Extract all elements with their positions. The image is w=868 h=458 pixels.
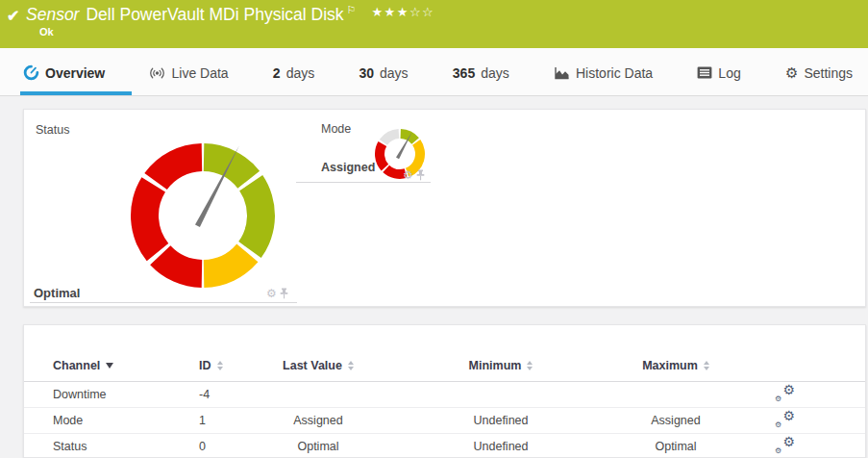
tab-settings[interactable]: ⚙Settings: [783, 48, 855, 95]
cell: -4: [199, 388, 260, 401]
channel-settings-gears-icon[interactable]: ⚙⚙: [774, 436, 797, 455]
channel-table-header: ChannelIDLast ValueMinimumMaximum: [24, 346, 865, 382]
status-value-label: Optimal: [34, 286, 80, 300]
sort-toggle-icon[interactable]: [527, 361, 533, 370]
cell: Assigned: [626, 414, 726, 427]
channel-table-body: Downtime-4⚙⚙Mode1AssignedUndefinedAssign…: [24, 382, 865, 458]
pin-icon[interactable]: [416, 169, 425, 181]
gauge-segment: [204, 244, 259, 288]
tab-bar: OverviewLive Data2days30days365daysHisto…: [0, 48, 868, 96]
cell: Undefined: [376, 440, 626, 453]
gauges-panel: Status Optimal ⚙ Mode Assigned ⚙: [23, 109, 866, 307]
gauge-segment: [150, 245, 202, 288]
cell: Status: [53, 440, 199, 453]
flag-icon[interactable]: ⚐: [347, 4, 357, 15]
gauge-segment: [238, 175, 275, 258]
sensor-header-bar: ✔ SensorDell PowerVault MDi Physical Dis…: [0, 0, 868, 48]
sort-toggle-icon[interactable]: [704, 361, 709, 370]
sort-toggle-icon[interactable]: [348, 361, 354, 370]
tab-log[interactable]: Log: [695, 48, 742, 95]
tab-label: Overview: [45, 65, 105, 81]
settings-icon: ⚙: [785, 65, 798, 80]
column-label: Minimum: [469, 359, 522, 372]
cell: Undefined: [376, 414, 626, 427]
tab-label: Historic Data: [576, 65, 653, 81]
channel-settings-gear-icon[interactable]: ⚙: [403, 169, 413, 181]
tab-2-days[interactable]: 2days: [271, 48, 316, 95]
table-row-downtime[interactable]: Downtime-4⚙⚙: [24, 382, 865, 408]
cell: 1: [199, 414, 260, 427]
tab-number: 30: [359, 65, 374, 81]
tab-365-days[interactable]: 365days: [451, 48, 511, 95]
gauge-segment: [131, 177, 168, 261]
gauge-segment: [144, 143, 202, 190]
log-icon: [697, 66, 712, 79]
tab-label: days: [286, 65, 315, 81]
live-icon: [149, 65, 165, 81]
status-gauge[interactable]: [121, 134, 285, 297]
sensor-kind-label: Sensor: [26, 5, 79, 24]
page-title: Dell PowerVault MDi Physical Disk: [86, 5, 343, 24]
column-header-maximum[interactable]: Maximum: [626, 359, 726, 372]
column-label: Channel: [53, 359, 100, 372]
channels-panel: ChannelIDLast ValueMinimumMaximum Downti…: [23, 324, 866, 458]
column-header-minimum[interactable]: Minimum: [376, 359, 626, 372]
pin-icon[interactable]: [280, 288, 288, 299]
tab-label: days: [380, 65, 409, 81]
priority-stars[interactable]: ★★★☆☆: [371, 5, 434, 19]
tab-label: Log: [718, 65, 740, 81]
gauge-segment: [204, 143, 260, 189]
mode-strip-icons: ⚙: [403, 169, 425, 181]
status-strip-underline: [30, 302, 297, 303]
column-label: Maximum: [642, 359, 698, 372]
status-badge: Ok: [39, 26, 54, 38]
tab-live-data[interactable]: Live Data: [147, 48, 230, 95]
mode-value-label: Assigned: [321, 161, 375, 174]
mode-strip-underline: [296, 182, 431, 183]
mode-channel-label: Mode: [321, 122, 351, 136]
cell: Assigned: [260, 414, 376, 427]
table-row-status[interactable]: Status0OptimalUndefinedOptimal⚙⚙: [24, 434, 865, 458]
tab-number: 2: [273, 65, 281, 81]
column-header-id[interactable]: ID: [199, 359, 260, 372]
tab-number: 365: [453, 65, 475, 81]
sort-toggle-icon[interactable]: [217, 361, 223, 370]
tab-label: days: [481, 65, 509, 81]
sort-desc-icon[interactable]: [106, 363, 113, 369]
tab-overview[interactable]: Overview: [21, 48, 107, 95]
cell: Optimal: [260, 440, 376, 453]
gauge-segment: [380, 129, 399, 145]
column-header-last-value[interactable]: Last Value: [260, 359, 376, 372]
historic-icon: [554, 65, 570, 80]
cell: 0: [199, 440, 260, 453]
gauge-segment: [375, 141, 388, 170]
column-label: Last Value: [283, 359, 342, 372]
column-header-channel[interactable]: Channel: [53, 359, 199, 372]
gauge-icon: [23, 64, 39, 81]
channel-settings-gears-icon[interactable]: ⚙⚙: [774, 384, 797, 403]
sensor-title-line: SensorDell PowerVault MDi Physical Disk⚐…: [26, 4, 434, 25]
tab-historic-data[interactable]: Historic Data: [552, 48, 655, 95]
status-channel-label: Status: [36, 123, 69, 137]
status-strip-icons: ⚙: [266, 288, 288, 299]
channel-settings-gears-icon[interactable]: ⚙⚙: [774, 410, 797, 429]
tab-30-days[interactable]: 30days: [357, 48, 409, 95]
channel-settings-gear-icon[interactable]: ⚙: [266, 288, 277, 299]
column-label: ID: [199, 359, 211, 372]
cell: Optimal: [626, 440, 726, 453]
tab-label: Live Data: [171, 65, 228, 81]
table-row-mode[interactable]: Mode1AssignedUndefinedAssigned⚙⚙: [24, 408, 865, 434]
status-ok-check-icon: ✔: [7, 7, 19, 25]
cell: Mode: [53, 414, 199, 427]
cell: Downtime: [53, 388, 199, 401]
tab-label: Settings: [804, 65, 853, 81]
